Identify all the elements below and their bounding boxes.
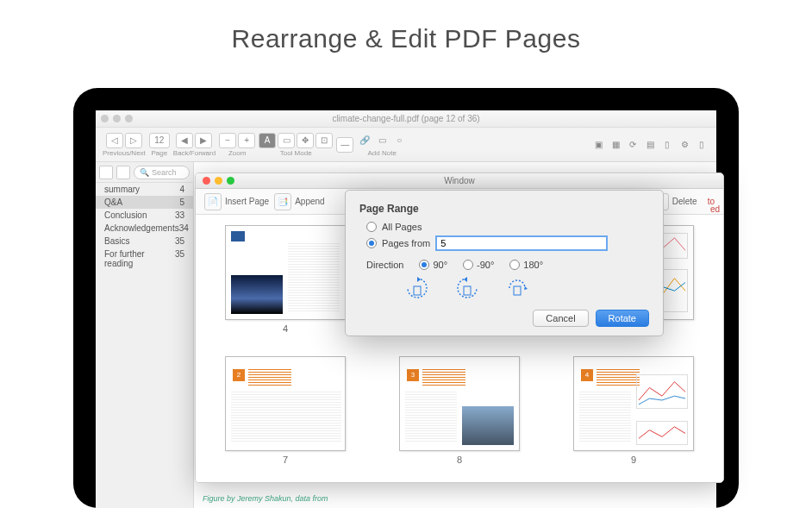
rotate-90-radio[interactable] xyxy=(419,260,429,270)
rotate-ccw-icon xyxy=(454,275,480,301)
outline-item[interactable]: Q&A5 xyxy=(96,196,193,209)
search-input[interactable]: 🔍 Search xyxy=(134,166,190,179)
sidebar-view-thumb-button[interactable] xyxy=(116,166,130,179)
rotate-180-icon xyxy=(504,275,530,301)
cancel-button[interactable]: Cancel xyxy=(533,310,588,327)
pages-window-controls[interactable] xyxy=(203,177,234,185)
pages-from-label: Pages from xyxy=(382,238,430,248)
pages-from-input[interactable] xyxy=(435,235,608,251)
tool-icon-6[interactable]: ⚙ xyxy=(677,137,692,153)
rotate-90-label: 90° xyxy=(433,260,447,270)
window-controls[interactable] xyxy=(101,115,133,122)
page-number-field[interactable]: 12 xyxy=(149,133,170,148)
add-note-label: Add Note xyxy=(367,149,396,157)
main-toolbar: ◁ ▷ Previous/Next 12 Page ◀ ▶ Back/Forwa… xyxy=(96,128,716,162)
pages-window-titlebar: Window xyxy=(196,173,723,189)
page-thumbnail[interactable]: 3 xyxy=(399,356,520,451)
thumb-number: 8 xyxy=(457,455,462,465)
rotate-dialog: Page Range All Pages Pages from Directio… xyxy=(345,190,664,336)
svg-rect-0 xyxy=(414,286,421,295)
note-icon[interactable]: ▭ xyxy=(374,133,390,148)
promo-title: Rearrange & Edit PDF Pages xyxy=(0,0,812,69)
tool-icon-5[interactable]: ▯ xyxy=(659,137,675,153)
separator-button[interactable]: — xyxy=(336,137,353,153)
select-tool-button[interactable]: ▭ xyxy=(278,133,295,148)
zoom-in-button[interactable]: + xyxy=(238,133,255,148)
hand-tool-button[interactable]: ✥ xyxy=(297,133,314,148)
page-label: Page xyxy=(151,149,167,157)
next-page-button[interactable]: ▷ xyxy=(125,133,142,148)
tool-icon-7[interactable]: ▯ xyxy=(694,137,709,153)
thumb-number: 9 xyxy=(631,455,636,465)
back-forward-label: Back/Forward xyxy=(173,149,215,157)
all-pages-radio[interactable] xyxy=(366,222,377,232)
outline-list: summary4 Q&A5 Conclusion33 Acknowledgeme… xyxy=(96,183,193,270)
zoom-label: Zoom xyxy=(228,149,246,157)
link-icon[interactable]: 🔗 xyxy=(357,133,372,148)
outline-item[interactable]: summary4 xyxy=(96,183,193,196)
rotate-180-label: 180° xyxy=(523,260,543,270)
cut-label-ed: ed xyxy=(710,204,720,214)
svg-rect-1 xyxy=(464,286,471,295)
rotate-cw-icon xyxy=(404,275,430,301)
tool-icon-3[interactable]: ⟳ xyxy=(625,137,640,153)
prev-page-button[interactable]: ◁ xyxy=(106,133,123,148)
page-thumbnail[interactable]: 2 xyxy=(225,356,346,451)
pages-from-radio[interactable] xyxy=(366,238,377,248)
tool-icon-4[interactable]: ▤ xyxy=(642,137,658,153)
crop-tool-button[interactable]: ⊡ xyxy=(315,133,333,148)
pages-window-title: Window xyxy=(444,176,475,185)
rotate-neg90-label: -90° xyxy=(477,260,494,270)
direction-label: Direction xyxy=(366,260,403,270)
rotate-button[interactable]: Rotate xyxy=(596,310,649,327)
forward-button[interactable]: ▶ xyxy=(195,133,212,148)
rotate-neg90-radio[interactable] xyxy=(463,260,473,270)
page-thumbnail[interactable]: 4 xyxy=(573,356,694,451)
tool-mode-label: Tool Mode xyxy=(280,149,312,157)
tool-icon-2[interactable]: ▦ xyxy=(608,137,623,153)
zoom-out-button[interactable]: − xyxy=(219,133,236,148)
thumb-number: 7 xyxy=(283,455,288,465)
sidebar-view-list-button[interactable] xyxy=(99,166,113,179)
rotate-180-radio[interactable] xyxy=(509,260,520,270)
tool-icon-1[interactable]: ▣ xyxy=(590,137,606,153)
outline-item[interactable]: Acknowledgements34 xyxy=(96,222,193,235)
outline-item[interactable]: Basics35 xyxy=(96,235,193,248)
dialog-heading: Page Range xyxy=(359,203,649,215)
insert-page-button[interactable]: 📄Insert Page xyxy=(204,193,269,210)
thumb-number: 4 xyxy=(283,323,288,334)
document-title: climate-change-full.pdf (page 12 of 36) xyxy=(332,114,479,123)
window-titlebar: climate-change-full.pdf (page 12 of 36) xyxy=(96,110,716,128)
svg-rect-2 xyxy=(514,286,521,295)
text-tool-button[interactable]: A xyxy=(259,133,276,148)
outline-item[interactable]: Conclusion33 xyxy=(96,209,193,222)
all-pages-label: All Pages xyxy=(382,222,422,232)
search-placeholder: Search xyxy=(152,166,177,179)
search-icon: 🔍 xyxy=(140,166,149,179)
prev-next-label: Previous/Next xyxy=(103,149,146,157)
back-button[interactable]: ◀ xyxy=(176,133,193,148)
figure-caption: Figure by Jeremy Shakun, data from xyxy=(203,494,328,505)
append-button[interactable]: 📑Append xyxy=(274,193,324,210)
sidebar: 🔍 Search summary4 Q&A5 Conclusion33 Ackn… xyxy=(96,162,194,508)
circle-icon[interactable]: ○ xyxy=(391,133,407,148)
outline-item[interactable]: For further reading35 xyxy=(96,248,193,270)
page-thumbnail[interactable] xyxy=(225,225,346,320)
